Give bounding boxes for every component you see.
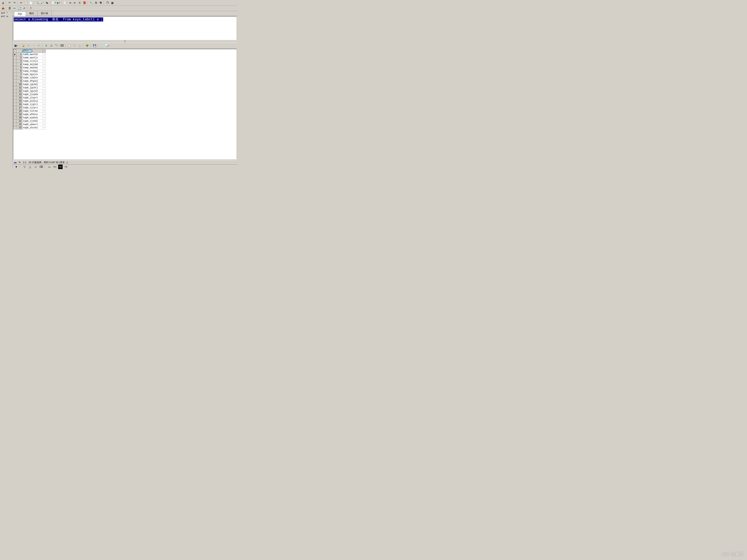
table-row[interactable]: ▶1kaeb_wwxtdz⋯ — [14, 53, 46, 56]
cell-value[interactable]: kapb_zhxxhz — [22, 126, 43, 129]
windows-icon[interactable]: ❐ — [105, 1, 110, 5]
cell-value[interactable]: kapb_sjqlrz — [22, 103, 43, 106]
cell-overflow[interactable]: ⋯ — [43, 100, 46, 103]
cell-value[interactable]: kapb_jgcbtj — [22, 86, 43, 89]
cell-value[interactable]: kaep_xtdygl — [22, 70, 43, 73]
table-row[interactable]: 8kapb_czminx⋯ — [14, 76, 46, 79]
cell-overflow[interactable]: ⋯ — [43, 123, 46, 126]
doc-green-icon[interactable]: ▶▾ — [56, 1, 61, 5]
cell-value[interactable]: kapb_czminx — [22, 76, 43, 79]
db-arrow-icon[interactable]: ↗ — [22, 6, 26, 10]
exec-icon[interactable]: 📝 — [63, 1, 68, 5]
outdent-icon[interactable]: ⇤ — [73, 1, 77, 5]
table-row[interactable]: 7kapb_bgsjxx⋯ — [14, 73, 46, 76]
mode-abc2-icon[interactable]: ABc — [58, 165, 62, 169]
table-row[interactable]: 16kapb_sjqlrz⋯ — [14, 103, 46, 106]
table-row[interactable]: 9kapb_dfgzdj⋯ — [14, 79, 46, 83]
cell-overflow[interactable]: ⋯ — [43, 73, 46, 76]
cell-value[interactable]: kapb_wfminx — [22, 113, 43, 116]
history-item[interactable]: ect a. — [0, 15, 12, 18]
cell-value[interactable]: kapb_jgsjdj — [22, 89, 43, 93]
paste-icon[interactable]: 📄 — [28, 1, 33, 5]
disk-blue-icon[interactable]: 💿 — [100, 43, 104, 48]
plus-icon[interactable]: + — [26, 43, 31, 48]
cell-overflow[interactable]: ⋯ — [43, 96, 46, 100]
fetch-all-icon[interactable]: ⇊ — [49, 43, 54, 48]
cell-value[interactable]: kapb_pldlxy — [22, 100, 43, 103]
db-refresh-icon[interactable]: 🔄 — [17, 6, 22, 10]
tab-sql[interactable]: SQL — [14, 11, 26, 16]
table-row[interactable]: 12kapb_jgsjdj⋯ — [14, 89, 46, 93]
clear-icon[interactable]: ⌫ — [39, 165, 43, 169]
table-row[interactable]: 2kaeb_wwxtjz⋯ — [14, 56, 46, 59]
tree-icon[interactable]: 🌳 — [85, 43, 89, 48]
export-icon[interactable]: 📤 — [1, 6, 5, 10]
table-row[interactable]: 14kapb_jioyrz⋯ — [14, 96, 46, 100]
cell-overflow[interactable]: ⋯ — [43, 93, 46, 96]
cell-overflow[interactable]: ⋯ — [43, 106, 46, 109]
column-header[interactable]: ???? — [22, 49, 43, 53]
result-grid[interactable]: ???? ⋯ ▶1kaeb_wwxtdz⋯2kaeb_wwxtjz⋯3kaep_… — [13, 49, 237, 160]
grid-opt-icon[interactable]: ▦▾ — [14, 43, 18, 48]
mode1-icon[interactable]: ▭ — [47, 165, 52, 169]
cell-value[interactable]: kaep_kmjzmd — [22, 63, 43, 66]
db-gear-icon[interactable]: 🗄 — [7, 6, 12, 10]
table-row[interactable]: 13kapb_jioybw⋯ — [14, 93, 46, 96]
nav-down-icon[interactable]: ▼ — [14, 165, 19, 169]
indent-icon[interactable]: ⇥ — [68, 1, 72, 5]
tool3-icon[interactable]: 🛠 — [99, 1, 103, 5]
lock-icon[interactable]: 🔒 — [21, 43, 26, 48]
cell-overflow[interactable]: ⋯ — [43, 116, 46, 119]
save-icon[interactable]: 💾 — [92, 43, 97, 48]
filter-down-icon[interactable]: ▽ — [72, 43, 77, 48]
help-icon[interactable]: ? — [28, 6, 33, 10]
cell-value[interactable]: kapb_wjmxdj — [22, 116, 43, 119]
cell-value[interactable]: kaeb_wwxtjz — [22, 56, 43, 59]
fetch-down-icon[interactable]: ⤋ — [44, 43, 49, 48]
table-row[interactable]: 3kaep_cclsjx⋯ — [14, 59, 46, 63]
bookmark-icon[interactable]: ◇ — [33, 165, 38, 169]
cell-value[interactable]: kapb_jgcbdj — [22, 83, 43, 86]
table-row[interactable]: 22kapb_yewurz⋯ — [14, 123, 46, 126]
splitter-handle[interactable]: ▲▼ — [12, 41, 237, 43]
cell-value[interactable]: kapb_xjzhdz — [22, 119, 43, 123]
cell-overflow[interactable]: ⋯ — [43, 79, 46, 83]
tab-output[interactable]: 输出 — [26, 11, 37, 16]
mode-abc-icon[interactable]: ABC — [53, 165, 57, 169]
cell-overflow[interactable]: ⋯ — [43, 63, 46, 66]
grid-icon[interactable]: ▦ — [110, 1, 114, 5]
cell-overflow[interactable]: ⋯ — [43, 56, 46, 59]
table-row[interactable]: 11kapb_jgcbtj⋯ — [14, 86, 46, 89]
cell-overflow[interactable]: ⋯ — [43, 126, 46, 129]
cell-overflow[interactable]: ⋯ — [43, 109, 46, 113]
toggle-icon[interactable]: ⎘ — [77, 1, 82, 5]
redo-icon[interactable]: ↷ — [12, 1, 17, 5]
tool1-icon[interactable]: 🔧 — [89, 1, 93, 5]
table-row[interactable]: 21kapb_xjzhdz⋯ — [14, 119, 46, 123]
print-icon[interactable]: 🖨 — [1, 1, 5, 5]
filter-up-icon[interactable]: △ — [77, 43, 82, 48]
table-row[interactable]: 4kaep_kmjzmd⋯ — [14, 63, 46, 66]
table-row[interactable]: 15kapb_pldlxy⋯ — [14, 100, 46, 103]
table-row[interactable]: 19kapb_wfminx⋯ — [14, 113, 46, 116]
cell-overflow[interactable]: ⋯ — [43, 59, 46, 63]
chart-icon[interactable]: 📊▾ — [105, 43, 109, 48]
history-item[interactable]: ect * — [0, 11, 12, 15]
collapse-icon[interactable]: ▽ — [22, 165, 27, 169]
table-row[interactable]: 10kapb_jgcbdj⋯ — [14, 83, 46, 86]
check-icon[interactable]: ✓ — [37, 43, 41, 48]
cell-overflow[interactable]: ⋯ — [43, 119, 46, 123]
table-row[interactable]: 5kaep_kmzhdz⋯ — [14, 66, 46, 70]
cell-overflow[interactable]: ⋯ — [43, 53, 46, 56]
sql-label-icon[interactable]: SQL — [12, 6, 17, 10]
cell-value[interactable]: kaep_kmzhdz — [22, 66, 43, 70]
table-row[interactable]: 23kapb_zhxxhz⋯ — [14, 126, 46, 129]
cell-value[interactable]: kapb_yewurz — [22, 123, 43, 126]
eraser-icon[interactable]: ⌫ — [60, 43, 64, 48]
refresh-icon[interactable]: ↻ — [19, 161, 21, 164]
sql-editor[interactable]: select a.biaoming 表名 from ksys_tabctl a … — [13, 16, 237, 41]
table-row[interactable]: 18kapb_tznrmx⋯ — [14, 109, 46, 113]
cell-overflow[interactable]: ⋯ — [43, 83, 46, 86]
cell-value[interactable]: kapb_jioyrz — [22, 96, 43, 100]
cell-value[interactable]: kaep_cclsjx — [22, 59, 43, 63]
